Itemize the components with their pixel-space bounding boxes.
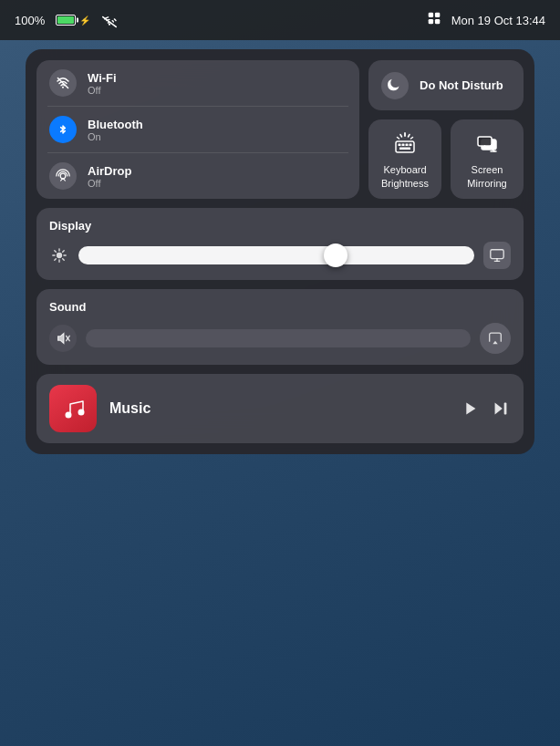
mirroring-icon xyxy=(474,130,500,156)
svg-line-30 xyxy=(55,251,57,253)
keyboard-icon xyxy=(392,130,418,156)
menubar-right: Mon 19 Oct 13:44 xyxy=(426,10,545,30)
airdrop-status: Off xyxy=(88,178,131,189)
bluetooth-item[interactable]: Bluetooth On xyxy=(49,116,347,143)
skip-icon xyxy=(491,399,511,419)
brightness-thumb[interactable] xyxy=(324,243,347,267)
music-note-icon xyxy=(59,395,87,422)
svg-rect-41 xyxy=(504,403,507,415)
dnd-name: Do Not Disturb xyxy=(420,78,503,92)
battery-percent: 100% xyxy=(15,14,45,27)
brightness-slider[interactable] xyxy=(78,246,474,264)
control-center-panel: Wi-Fi Off Bluetooth On xyxy=(26,49,534,454)
svg-line-11 xyxy=(411,138,413,140)
airdrop-item[interactable]: AirDrop Off xyxy=(49,162,347,190)
svg-rect-3 xyxy=(428,19,432,24)
svg-rect-34 xyxy=(491,250,503,259)
wifi-icon-bg xyxy=(49,69,77,97)
svg-rect-13 xyxy=(396,141,414,152)
volume-slider[interactable] xyxy=(86,329,471,347)
wifi-text: Wi-Fi Off xyxy=(88,71,117,96)
music-tile: Music xyxy=(36,374,524,443)
play-button[interactable] xyxy=(460,399,480,419)
right-tiles: Do Not Disturb xyxy=(368,60,524,199)
network-tile: Wi-Fi Off Bluetooth On xyxy=(36,60,359,199)
svg-line-33 xyxy=(63,251,65,253)
music-app-name: Music xyxy=(109,400,447,417)
mute-speaker-icon xyxy=(55,330,71,347)
dnd-icon-bg xyxy=(381,72,409,99)
wifi-name: Wi-Fi xyxy=(88,71,117,85)
airdrop-icon-bg xyxy=(49,162,77,190)
keyboard-brightness-icon xyxy=(390,129,420,158)
divider-2 xyxy=(47,152,348,153)
svg-rect-4 xyxy=(435,19,440,24)
menubar-left: 100% ⚡ xyxy=(15,14,118,27)
wifi-off-icon xyxy=(101,14,118,26)
dnd-tile[interactable]: Do Not Disturb xyxy=(368,60,524,110)
airplay-icon xyxy=(487,330,503,347)
svg-point-5 xyxy=(62,87,64,88)
moon-icon xyxy=(387,78,403,94)
svg-point-40 xyxy=(78,409,85,416)
display-settings-button[interactable] xyxy=(483,242,511,269)
music-controls xyxy=(460,399,511,419)
svg-rect-17 xyxy=(410,144,412,147)
brightness-icon xyxy=(49,245,69,265)
svg-line-10 xyxy=(400,135,402,138)
bluetooth-icon-bg xyxy=(49,116,77,143)
svg-rect-15 xyxy=(402,144,405,147)
sun-icon xyxy=(51,247,67,264)
screen-mirroring-label: Screen Mirroring xyxy=(458,163,516,190)
keyboard-brightness-tile[interactable]: Keyboard Brightness xyxy=(368,119,441,199)
airdrop-icon xyxy=(56,169,70,183)
sound-slider-row xyxy=(49,323,511,354)
battery-fill xyxy=(57,16,74,24)
svg-rect-16 xyxy=(406,144,409,147)
svg-rect-18 xyxy=(399,148,410,150)
airdrop-text: AirDrop Off xyxy=(88,164,131,189)
bluetooth-name: Bluetooth xyxy=(88,118,143,131)
airplay-button[interactable] xyxy=(480,323,511,354)
svg-rect-14 xyxy=(399,144,401,147)
wifi-status: Off xyxy=(88,85,117,96)
charging-icon: ⚡ xyxy=(79,16,90,26)
control-center-icon[interactable] xyxy=(426,10,442,30)
display-section: Display xyxy=(36,208,524,280)
wifi-item[interactable]: Wi-Fi Off xyxy=(49,69,347,97)
dnd-text: Do Not Disturb xyxy=(420,78,503,92)
svg-point-0 xyxy=(109,24,110,26)
svg-point-39 xyxy=(66,412,72,419)
display-title: Display xyxy=(49,219,511,233)
mute-icon[interactable] xyxy=(49,325,77,352)
bluetooth-status: On xyxy=(88,131,143,142)
monitor-icon xyxy=(489,247,505,264)
battery-icon: ⚡ xyxy=(56,15,90,26)
skip-forward-button[interactable] xyxy=(491,399,511,419)
datetime: Mon 19 Oct 13:44 xyxy=(451,14,545,27)
airdrop-name: AirDrop xyxy=(88,164,131,178)
bluetooth-icon xyxy=(56,122,70,137)
screen-mirroring-tile[interactable]: Screen Mirroring xyxy=(451,119,524,199)
battery-body xyxy=(56,15,76,26)
sound-title: Sound xyxy=(49,300,511,314)
wifi-icon xyxy=(56,76,70,90)
music-app-icon xyxy=(49,385,97,432)
top-row: Wi-Fi Off Bluetooth On xyxy=(36,60,524,199)
sound-section: Sound xyxy=(36,289,524,365)
small-tiles-row: Keyboard Brightness xyxy=(368,119,524,199)
svg-rect-22 xyxy=(478,137,492,146)
screen-mirroring-icon xyxy=(472,129,502,158)
display-slider-row xyxy=(49,242,511,269)
svg-line-32 xyxy=(55,259,57,261)
svg-point-25 xyxy=(57,253,62,258)
svg-rect-1 xyxy=(428,13,432,17)
divider-1 xyxy=(47,106,348,107)
svg-rect-2 xyxy=(435,13,440,17)
svg-line-31 xyxy=(63,259,65,261)
svg-line-9 xyxy=(409,135,410,138)
play-icon xyxy=(460,399,480,419)
menubar: 100% ⚡ Mon 19 Oct xyxy=(0,0,560,40)
bluetooth-text: Bluetooth On xyxy=(88,118,143,142)
svg-line-12 xyxy=(398,138,399,140)
